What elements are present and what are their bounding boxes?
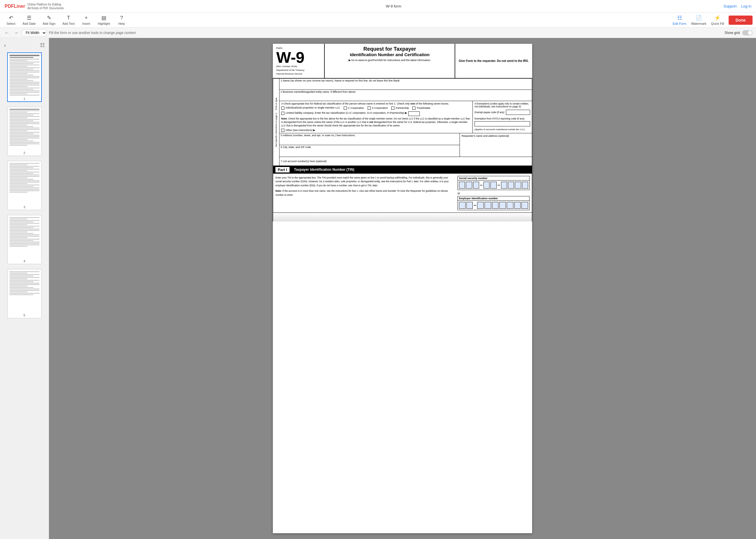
field3-label: 3 Check appropriate box for federal tax …: [281, 102, 471, 105]
ssn-cell-3[interactable]: [473, 182, 479, 189]
ein-cell-7[interactable]: [507, 202, 513, 209]
ein-cell-4[interactable]: [485, 202, 491, 209]
sign-icon: ✎: [47, 15, 51, 21]
watermark-icon: 📄: [696, 15, 702, 21]
field5-input[interactable]: [281, 137, 459, 144]
ssn-cell-4[interactable]: [483, 182, 489, 189]
field4-label: 4 Exemptions (codes apply only to certai…: [474, 102, 530, 108]
checkbox-partnership-label: Partnership: [395, 107, 409, 110]
field2-label: 2 Business name/disregarded entity name,…: [281, 90, 531, 93]
hint-text: Fill the form or use another tools to ch…: [49, 31, 136, 35]
ein-cell-1[interactable]: [459, 202, 465, 209]
ssn-cell-9[interactable]: [522, 182, 528, 189]
checkbox-partnership-box[interactable]: [391, 107, 394, 110]
ssn-fields-row: – –: [458, 181, 529, 190]
ssn-cell-6[interactable]: [501, 182, 507, 189]
fit-dropdown[interactable]: Fit Width: [22, 29, 47, 36]
sidebar-pages-button[interactable]: ☷: [38, 41, 46, 49]
quick-fill-button[interactable]: ⚡ Quick Fill: [711, 15, 724, 25]
edit-form-button[interactable]: ☷ Edit Form: [673, 15, 687, 25]
checkbox-c-corp-box[interactable]: [344, 107, 347, 110]
support-link[interactable]: Support: [723, 4, 737, 8]
help-tool[interactable]: ? Help: [114, 14, 129, 27]
llc-label: Limited liability company. Enter the tax…: [286, 112, 407, 114]
top-bar: PDFLiner Online Platform for Editing All…: [0, 0, 756, 13]
page-thumb-1[interactable]: 1: [7, 52, 42, 102]
highlight-icon: ▤: [101, 15, 106, 21]
field6-input[interactable]: [281, 149, 459, 156]
checkbox-individual-label: Individual/sole proprietor or single-mem…: [286, 106, 340, 109]
page-num-5: 5: [8, 313, 41, 318]
ein-cell-9[interactable]: [522, 202, 528, 209]
fatca-input[interactable]: [474, 121, 530, 126]
page-thumb-4[interactable]: 4: [7, 215, 42, 264]
logo-subtitle: Online Platform for Editing All Kinds of…: [27, 3, 64, 10]
field1-label: 1 Name (as shown on your income tax retu…: [281, 79, 531, 82]
checkbox-s-corp: S Corporation: [368, 107, 388, 110]
rotated-text-specific: See Specific Instructions on page 3.: [275, 113, 278, 147]
select-tool[interactable]: ↶ Select: [3, 14, 19, 27]
checkbox-trust-box[interactable]: [412, 107, 415, 110]
done-button[interactable]: Done: [729, 16, 753, 25]
ein-cell-2[interactable]: [466, 202, 473, 209]
other-label: Other (see instructions) ▶: [286, 129, 315, 131]
checkbox-individual-box[interactable]: [281, 107, 284, 110]
ein-cell-6[interactable]: [499, 202, 506, 209]
ein-cell-8[interactable]: [514, 202, 521, 209]
exempt-payee-input[interactable]: [506, 110, 530, 115]
add-text-tool[interactable]: T Add Text: [60, 14, 78, 27]
ein-dash: –: [474, 203, 476, 208]
field5-container: 5 Address (number, street, and apt. or s…: [280, 133, 460, 145]
ssn-cell-1[interactable]: [459, 182, 465, 189]
page-thumb-5[interactable]: 5: [7, 269, 42, 318]
page-num-4: 4: [8, 259, 41, 264]
llc-row: Limited liability company. Enter the tax…: [281, 112, 471, 116]
checkbox-c-corp: C Corporation: [344, 107, 364, 110]
form-header-right: Give Form to the requester. Do not send …: [455, 44, 532, 78]
requester-input[interactable]: [462, 137, 530, 155]
ssn-cell-7[interactable]: [508, 182, 514, 189]
ein-cell-5[interactable]: [492, 202, 499, 209]
page-thumb-2[interactable]: 2: [7, 107, 42, 156]
edit-form-icon: ☷: [677, 15, 682, 21]
add-sign-tool[interactable]: ✎ Add Sign: [40, 14, 58, 27]
llc-input[interactable]: [408, 112, 420, 116]
main-layout: ‹ ☷: [0, 38, 756, 539]
add-date-tool[interactable]: ☰ Add Date: [20, 14, 39, 27]
main-toolbar: ↶ Select ☰ Add Date ✎ Add Sign T Add Tex…: [0, 13, 756, 28]
ssn-cell-2[interactable]: [466, 182, 472, 189]
part1-header: Part I Taxpayer Identification Number (T…: [273, 166, 532, 174]
field1-input[interactable]: [281, 82, 531, 89]
login-link[interactable]: Log in: [741, 4, 751, 8]
redo-button[interactable]: →: [13, 30, 20, 36]
page-thumb-3[interactable]: 3: [7, 161, 42, 210]
part1-title: Taxpayer Identification Number (TIN): [294, 168, 354, 172]
ssn-cell-8[interactable]: [515, 182, 521, 189]
sidebar-nav: ‹ ☷: [0, 40, 49, 50]
llc-checkbox[interactable]: [281, 112, 284, 115]
ssn-container: Social security number – –: [458, 176, 530, 190]
field2-input[interactable]: [281, 93, 531, 100]
tin-section: Enter your TIN in the appropriate box. T…: [273, 174, 532, 212]
undo-button[interactable]: ←: [3, 30, 10, 36]
ein-cell-3[interactable]: [477, 202, 484, 209]
other-row: Other (see instructions) ▶: [281, 129, 471, 132]
insert-icon: +: [85, 15, 88, 21]
insert-tool[interactable]: + Insert: [79, 14, 94, 27]
field7-label: 7 List account number(s) here (optional): [281, 160, 327, 163]
checkbox-s-corp-box[interactable]: [368, 107, 371, 110]
cursor-icon: ↶: [9, 15, 13, 21]
document-title: W-9 form: [386, 4, 401, 8]
ssn-dash-2: –: [498, 183, 500, 188]
other-checkbox[interactable]: [281, 129, 284, 132]
show-grid-toggle[interactable]: [742, 30, 753, 36]
field7-container: 7 List account number(s) here (optional): [280, 157, 532, 166]
watermark-button[interactable]: 📄 Watermark: [691, 15, 706, 25]
requester-label: Requester's name and address (optional): [462, 134, 530, 137]
sidebar-prev-button[interactable]: ‹: [2, 41, 8, 49]
bottom-fade: [273, 213, 532, 221]
form-body: Print or type. See Specific Instructions…: [273, 79, 532, 166]
address-section: 5 Address (number, street, and apt. or s…: [280, 133, 532, 157]
highlight-tool[interactable]: ▤ Highlight: [95, 14, 113, 27]
ssn-cell-5[interactable]: [490, 182, 496, 189]
